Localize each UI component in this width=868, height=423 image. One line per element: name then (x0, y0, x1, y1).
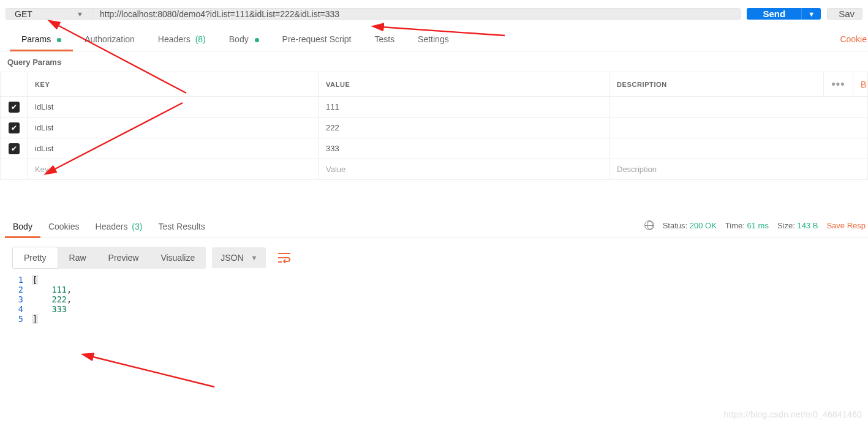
watermark-text: https://blog.csdn.net/m0_46841460 (724, 410, 862, 419)
size-group: Size: 143 B (777, 221, 818, 230)
time-group: Time: 61 ms (725, 221, 769, 230)
save-button[interactable]: Sav (827, 8, 862, 20)
time-value: 61 ms (747, 221, 768, 230)
param-desc-cell[interactable] (609, 118, 868, 138)
table-row[interactable]: ✔idList333 (1, 138, 868, 159)
tab-settings[interactable]: Settings (406, 28, 461, 51)
bulk-edit-link[interactable]: B (853, 72, 868, 97)
response-tabs: Body Cookies Headers (3) Test Results St… (0, 215, 868, 238)
th-value: VALUE (319, 72, 609, 97)
view-raw-button[interactable]: Raw (58, 247, 97, 269)
resp-tab-tests[interactable]: Test Results (150, 215, 213, 238)
code-line: 4 333 (15, 304, 868, 314)
format-value: JSON (221, 253, 243, 263)
table-row[interactable]: ✔idList111 (1, 97, 868, 118)
resp-tab-headers[interactable]: Headers (3) (88, 215, 151, 238)
response-meta: Status: 200 OK Time: 61 ms Size: 143 B S… (644, 220, 866, 230)
status-dot-icon (57, 38, 61, 42)
checkbox-checked-icon[interactable]: ✔ (9, 143, 20, 154)
wrap-lines-button[interactable] (272, 247, 296, 268)
cookies-link[interactable]: Cookie (840, 34, 868, 44)
new-desc-input[interactable]: Description (609, 159, 868, 180)
more-options-icon[interactable]: ••• (832, 78, 845, 90)
caret-down-icon: ▼ (808, 10, 815, 18)
code-line: 1[ (15, 275, 868, 285)
line-number: 3 (15, 294, 32, 304)
query-params-table: KEY VALUE DESCRIPTION ••• B ✔idList111✔i… (0, 72, 868, 180)
th-key: KEY (28, 72, 319, 97)
status-dot-icon (255, 38, 259, 42)
checkbox-checked-icon[interactable]: ✔ (9, 102, 20, 113)
new-value-input[interactable]: Value (319, 159, 609, 180)
caret-down-icon: ▼ (251, 254, 258, 261)
format-select[interactable]: JSON ▼ (212, 247, 266, 268)
resp-tab-headers-count: (3) (132, 222, 142, 231)
tab-params-label: Params (21, 34, 51, 44)
send-button[interactable]: Send (747, 8, 801, 20)
tab-body[interactable]: Body (217, 28, 271, 51)
svg-line-5 (91, 356, 214, 387)
table-header-row: KEY VALUE DESCRIPTION ••• B (1, 72, 868, 97)
tab-params[interactable]: Params (10, 28, 73, 51)
http-method-value: GET (15, 9, 32, 19)
view-visualize-button[interactable]: Visualize (149, 247, 206, 269)
save-response-link[interactable]: Save Resp (826, 221, 866, 230)
code-line: 5] (15, 314, 868, 324)
resp-tab-cookies[interactable]: Cookies (40, 215, 88, 238)
param-key-cell[interactable]: idList (28, 138, 319, 159)
tab-prerequest[interactable]: Pre-request Script (271, 28, 363, 51)
param-desc-cell[interactable] (609, 138, 868, 159)
response-body-code[interactable]: 1[2 111,3 222,4 3335] (0, 271, 868, 324)
param-key-cell[interactable]: idList (28, 97, 319, 118)
view-pretty-button[interactable]: Pretty (12, 247, 58, 269)
size-label: Size: (777, 221, 795, 230)
tab-body-label: Body (229, 34, 249, 44)
code-line: 3 222, (15, 294, 868, 304)
globe-icon[interactable] (644, 220, 654, 230)
http-method-select[interactable]: GET ▼ (6, 8, 92, 20)
param-value-cell[interactable]: 111 (319, 97, 609, 118)
time-label: Time: (725, 221, 745, 230)
code-line: 2 111, (15, 285, 868, 294)
resp-tab-body[interactable]: Body (5, 215, 40, 238)
param-key-cell[interactable]: idList (28, 118, 319, 138)
tab-tests[interactable]: Tests (363, 28, 406, 51)
view-mode-group: Pretty Raw Preview Visualize (12, 247, 206, 269)
send-dropdown-button[interactable]: ▼ (801, 8, 821, 20)
th-desc: DESCRIPTION (609, 72, 824, 97)
param-desc-cell[interactable] (609, 97, 868, 118)
line-number: 1 (15, 275, 32, 285)
resp-tab-headers-label: Headers (96, 222, 128, 231)
size-value: 143 B (797, 221, 818, 230)
tab-headers-label: Headers (158, 34, 191, 44)
status-value: 200 OK (690, 221, 717, 230)
status-group: Status: 200 OK (663, 221, 717, 230)
param-value-cell[interactable]: 222 (319, 118, 609, 138)
view-preview-button[interactable]: Preview (97, 247, 150, 269)
query-params-title: Query Params (0, 51, 868, 72)
checkbox-checked-icon[interactable]: ✔ (9, 122, 20, 133)
table-row[interactable]: ✔idList222 (1, 118, 868, 138)
request-url-value: http://localhost:8080/demo4?idList=111&i… (100, 9, 339, 19)
line-number: 4 (15, 304, 32, 314)
line-number: 2 (15, 285, 32, 294)
annotation-arrow-icon (86, 351, 221, 396)
tab-headers[interactable]: Headers (8) (146, 28, 217, 51)
tab-headers-count: (8) (195, 34, 206, 44)
request-url-input[interactable]: http://localhost:8080/demo4?idList=111&i… (92, 8, 741, 20)
response-body-toolbar: Pretty Raw Preview Visualize JSON ▼ (0, 238, 868, 271)
chevron-down-icon: ▼ (77, 10, 83, 18)
line-number: 5 (15, 314, 32, 324)
new-key-input[interactable]: Key (28, 159, 319, 180)
status-label: Status: (663, 221, 687, 230)
table-row-new[interactable]: Key Value Description (1, 159, 868, 180)
request-tabs: Params Authorization Headers (8) Body Pr… (0, 28, 868, 51)
tab-authorization[interactable]: Authorization (73, 28, 146, 51)
param-value-cell[interactable]: 333 (319, 138, 609, 159)
